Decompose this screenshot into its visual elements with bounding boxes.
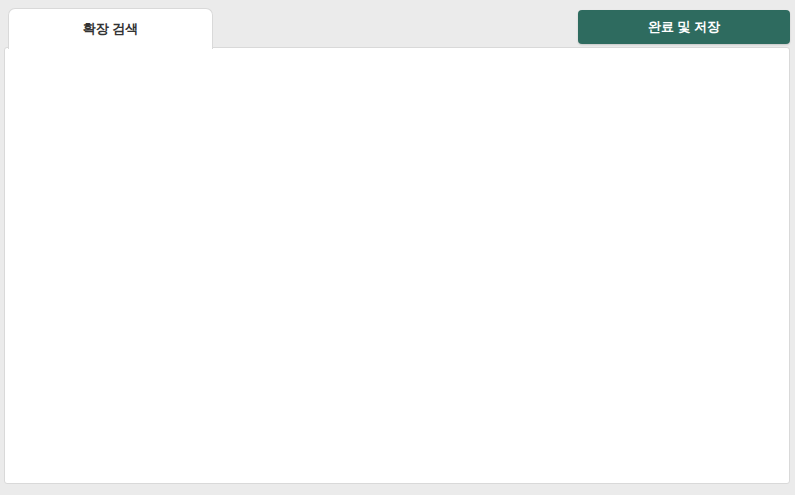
tab-extended-search[interactable]: 확장 검색	[8, 8, 213, 49]
extended-search-page: 확장 검색 완료 및 저장 쇼케이지영엔믹스유밤이믹스울믹스떡고윤서영만장오해응…	[0, 0, 795, 495]
content-card	[4, 47, 790, 484]
save-and-finish-button[interactable]: 완료 및 저장	[578, 10, 790, 44]
tab-label: 확장 검색	[83, 20, 139, 38]
